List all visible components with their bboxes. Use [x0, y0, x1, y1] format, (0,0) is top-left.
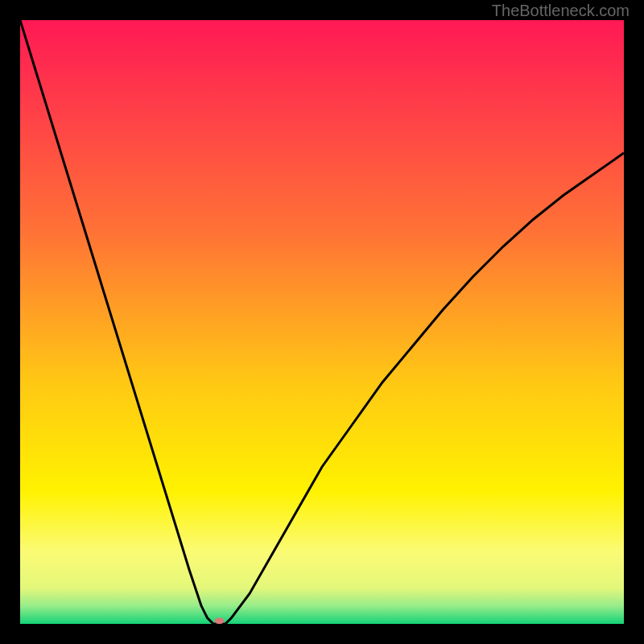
- chart-background: [20, 20, 624, 624]
- optimal-point-marker: [215, 617, 225, 624]
- chart-container: [20, 20, 624, 624]
- watermark-text: TheBottleneck.com: [492, 2, 630, 20]
- chart-svg: [20, 20, 624, 624]
